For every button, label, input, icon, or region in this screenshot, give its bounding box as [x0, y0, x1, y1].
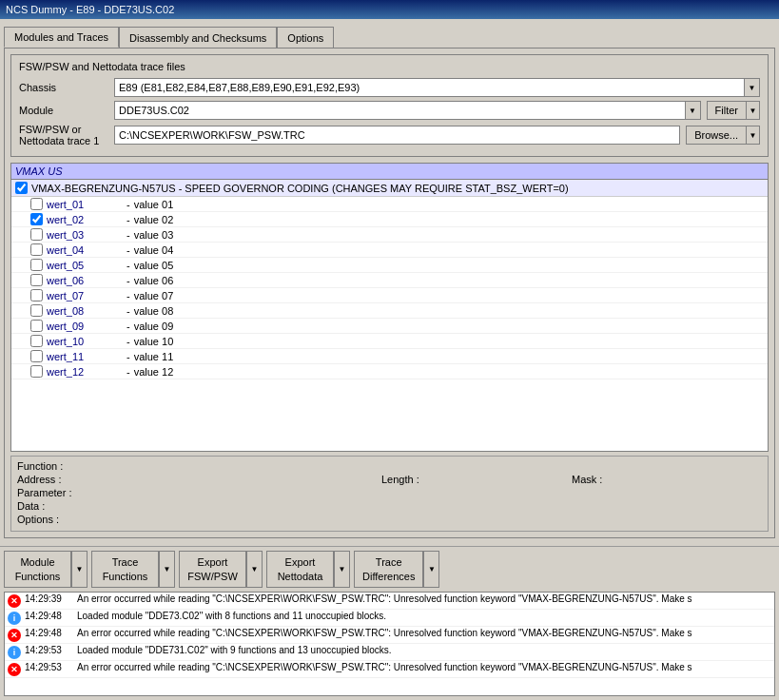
item-value: value 12	[134, 366, 174, 378]
item-value: value 11	[134, 351, 174, 362]
export-nettodata-group: Export Nettodata ▼	[266, 551, 350, 588]
vmax-header-checkbox[interactable]	[15, 182, 28, 194]
list-item: wert_08 - value 08	[11, 303, 768, 319]
item-name: wert_01	[47, 199, 123, 210]
trace-functions-arrow[interactable]: ▼	[159, 552, 174, 587]
tab-options[interactable]: Options	[277, 27, 334, 48]
info-icon: i	[8, 612, 21, 625]
item-value: value 02	[134, 214, 174, 225]
export-fsw-arrow[interactable]: ▼	[246, 552, 262, 587]
log-entry: ✕14:29:39An error occurred while reading…	[5, 593, 774, 610]
log-text: Loaded module "DDE73.C02" with 8 functio…	[77, 611, 771, 621]
options-row: Options :	[17, 514, 762, 525]
trace-differences-button[interactable]: Trace Differences	[355, 552, 423, 587]
list-item: wert_10 - value 10	[11, 334, 768, 349]
log-text: An error occurred while reading "C:\NCSE…	[77, 628, 771, 638]
toolbar: Module Functions ▼ Trace Functions ▼ Exp…	[0, 546, 779, 592]
item-value: value 09	[134, 321, 174, 332]
browse-dropdown-arrow[interactable]: ▼	[747, 126, 760, 145]
item-value: value 10	[134, 336, 174, 347]
main-window: Modules and Traces Disassembly and Check…	[0, 19, 779, 700]
trace-input[interactable]: C:\NCSEXPER\WORK\FSW_PSW.TRC	[114, 126, 680, 145]
item-checkbox[interactable]	[30, 320, 43, 332]
tab-modules-traces[interactable]: Modules and Traces	[4, 27, 119, 48]
list-item: wert_06 - value 06	[11, 273, 768, 288]
item-name: wert_12	[47, 366, 123, 378]
vmax-header: VMAX-BEGRENZUNG-N57US - SPEED GOVERNOR C…	[11, 180, 768, 197]
export-nettodata-button[interactable]: Export Nettodata	[267, 552, 334, 587]
item-name: wert_07	[47, 290, 123, 301]
item-checkbox[interactable]	[30, 335, 43, 347]
log-text: Loaded module "DDE731.C02" with 9 functi…	[77, 645, 771, 655]
chassis-dropdown-arrow[interactable]: ▼	[745, 78, 760, 97]
trace-functions-group: Trace Functions ▼	[91, 551, 175, 588]
module-row: Module DDE73US.C02 ▼ Filter ▼	[19, 101, 760, 120]
list-item: wert_12 - value 12	[11, 364, 768, 379]
item-value: value 05	[134, 260, 174, 271]
item-value: value 01	[134, 199, 174, 210]
item-value: value 04	[134, 244, 174, 256]
title-text: NCS Dummy - E89 - DDE73US.C02	[6, 4, 174, 15]
log-time: 14:29:53	[25, 662, 77, 672]
module-functions-button[interactable]: Module Functions	[5, 552, 71, 587]
vmax-content[interactable]: VMAX-BEGRENZUNG-N57US - SPEED GOVERNOR C…	[10, 180, 769, 452]
item-checkbox[interactable]	[30, 198, 43, 210]
length-group: Length :	[381, 474, 572, 485]
browse-button[interactable]: Browse...	[686, 126, 747, 145]
trace-row: FSW/PSW or Nettodata trace 1 C:\NCSEXPER…	[19, 124, 760, 146]
module-dropdown-arrow[interactable]: ▼	[686, 101, 701, 120]
module-select[interactable]: DDE73US.C02	[114, 101, 686, 120]
item-value: value 08	[134, 305, 174, 317]
item-checkbox[interactable]	[30, 228, 43, 241]
list-item: wert_11 - value 11	[11, 349, 768, 364]
browse-btn-group: Browse... ▼	[686, 126, 760, 145]
filter-dropdown-arrow[interactable]: ▼	[747, 101, 760, 120]
mask-label: Mask :	[572, 474, 629, 485]
parameter-row: Parameter :	[17, 487, 762, 498]
item-name: wert_08	[47, 305, 123, 317]
item-value: value 06	[134, 275, 174, 286]
list-item: wert_09 - value 09	[11, 319, 768, 334]
title-bar: NCS Dummy - E89 - DDE73US.C02	[0, 0, 779, 19]
parameter-label: Parameter :	[17, 487, 93, 498]
item-name: wert_11	[47, 351, 123, 362]
list-item: wert_01 - value 01	[11, 197, 768, 212]
item-checkbox[interactable]	[30, 350, 43, 362]
item-checkbox[interactable]	[30, 213, 43, 225]
item-checkbox[interactable]	[30, 289, 43, 301]
trace-differences-arrow[interactable]: ▼	[423, 552, 438, 587]
item-name: wert_04	[47, 244, 123, 256]
export-nettodata-arrow[interactable]: ▼	[334, 552, 349, 587]
item-checkbox[interactable]	[30, 259, 43, 271]
item-checkbox[interactable]	[30, 243, 43, 256]
log-entry: ✕14:29:53An error occurred while reading…	[5, 661, 774, 678]
trace-label: FSW/PSW or Nettodata trace 1	[19, 124, 114, 146]
export-fsw-group: Export FSW/PSW ▼	[179, 551, 263, 588]
item-checkbox[interactable]	[30, 365, 43, 378]
item-checkbox[interactable]	[30, 274, 43, 286]
module-functions-group: Module Functions ▼	[4, 551, 88, 588]
log-section: ✕14:29:39An error occurred while reading…	[4, 592, 775, 696]
chassis-row: Chassis E89 (E81,E82,E84,E87,E88,E89,E90…	[19, 78, 760, 97]
log-text: An error occurred while reading "C:\NCSE…	[77, 662, 771, 672]
data-row: Data :	[17, 500, 762, 512]
error-icon: ✕	[8, 629, 21, 642]
tab-disassembly[interactable]: Disassembly and Checksums	[119, 27, 277, 48]
export-fsw-button[interactable]: Export FSW/PSW	[180, 552, 246, 587]
chassis-select[interactable]: E89 (E81,E82,E84,E87,E88,E89,E90,E91,E92…	[114, 78, 745, 97]
item-name: wert_09	[47, 321, 123, 332]
details-section: Function : Address : Length : Mask : Par…	[10, 456, 769, 532]
module-functions-arrow[interactable]: ▼	[71, 552, 87, 587]
trace-functions-button[interactable]: Trace Functions	[92, 552, 159, 587]
filter-button[interactable]: Filter	[707, 101, 747, 120]
vmax-items: wert_01 - value 01wert_02 - value 02wert…	[11, 197, 768, 379]
list-item: wert_05 - value 05	[11, 258, 768, 273]
filter-btn-group: Filter ▼	[707, 101, 760, 120]
vmax-section: VMAX US VMAX-BEGRENZUNG-N57US - SPEED GO…	[10, 163, 769, 452]
item-checkbox[interactable]	[30, 304, 43, 317]
module-select-wrapper: DDE73US.C02 ▼	[114, 101, 701, 120]
item-name: wert_02	[47, 214, 123, 225]
tab-bar: Modules and Traces Disassembly and Check…	[0, 19, 779, 48]
error-icon: ✕	[8, 594, 21, 608]
mask-group: Mask :	[572, 474, 762, 485]
